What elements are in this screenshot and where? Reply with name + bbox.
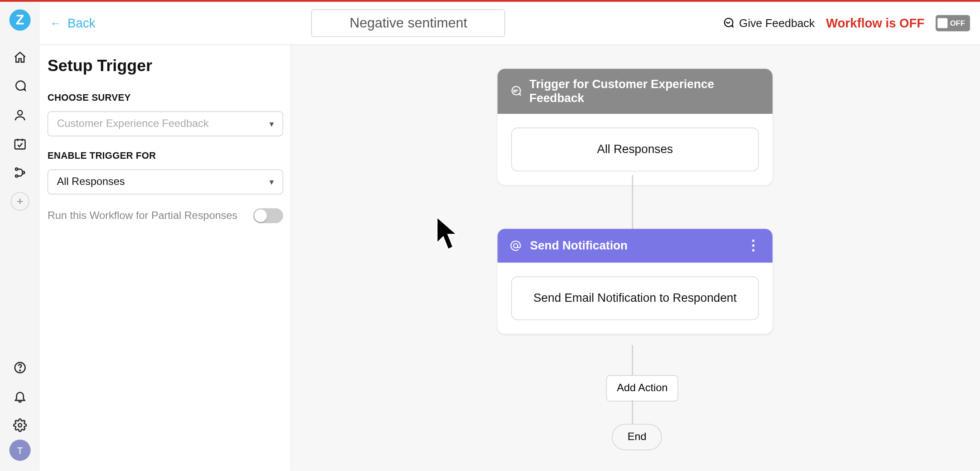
panel-heading: Setup Trigger [48, 56, 283, 75]
action-node-body[interactable]: Send Email Notification to Respondent [511, 276, 759, 320]
connector-line [632, 175, 633, 231]
trigger-node-body[interactable]: All Responses [511, 127, 759, 171]
app-logo[interactable]: Z [10, 10, 31, 31]
trigger-node[interactable]: Trigger for Customer Experience Feedback… [497, 69, 772, 185]
workflow-title-input[interactable]: Negative sentiment [312, 10, 505, 37]
connector-line [632, 345, 633, 375]
top-bar: ← Back Negative sentiment Give Feedback … [40, 2, 980, 44]
give-feedback-button[interactable]: Give Feedback [721, 17, 815, 30]
sidebar-add-button[interactable]: + [10, 192, 29, 211]
back-label: Back [68, 16, 95, 31]
action-node-menu-icon[interactable]: ⋮ [746, 238, 761, 254]
toggle-knob [938, 18, 948, 28]
add-action-button[interactable]: Add Action [606, 375, 678, 401]
toggle-label: OFF [950, 19, 965, 27]
svg-point-0 [18, 110, 23, 115]
choose-survey-value: Customer Experience Feedback [57, 118, 208, 130]
at-icon [509, 239, 523, 253]
partial-responses-label: Run this Workflow for Partial Responses [48, 209, 238, 222]
action-node-title: Send Notification [530, 239, 628, 253]
partial-responses-toggle[interactable] [253, 208, 283, 223]
trigger-node-header: Trigger for Customer Experience Feedback [497, 69, 772, 114]
nav-calendar-icon[interactable] [10, 133, 31, 154]
svg-point-8 [514, 244, 518, 248]
back-button[interactable]: ← Back [50, 16, 95, 31]
feedback-icon [721, 17, 734, 30]
user-avatar[interactable]: T [10, 440, 31, 461]
choose-survey-label: CHOOSE SURVEY [48, 92, 283, 102]
svg-point-3 [15, 175, 17, 177]
connector-line [632, 400, 633, 425]
choose-survey-select[interactable]: Customer Experience Feedback ▾ [48, 111, 283, 136]
workflow-enable-toggle[interactable]: OFF [936, 15, 970, 31]
arrow-left-icon: ← [50, 17, 61, 30]
end-node: End [612, 424, 662, 450]
enable-trigger-select[interactable]: All Responses ▾ [48, 170, 283, 195]
nav-chat-icon[interactable] [10, 75, 31, 97]
chevron-down-icon: ▾ [269, 177, 274, 187]
workflow-status-label: Workflow is OFF [826, 16, 925, 31]
action-node[interactable]: Send Notification ⋮ Send Email Notificat… [497, 229, 772, 334]
setup-trigger-panel: Setup Trigger CHOOSE SURVEY Customer Exp… [40, 44, 291, 471]
svg-point-2 [15, 168, 17, 170]
nav-workflow-icon[interactable] [10, 162, 31, 183]
nav-user-icon[interactable] [10, 104, 31, 126]
nav-help-icon[interactable] [10, 357, 31, 379]
nav-home-icon[interactable] [10, 47, 31, 68]
chevron-down-icon: ▾ [269, 119, 274, 129]
switch-knob [255, 209, 267, 222]
svg-point-7 [18, 423, 22, 427]
enable-trigger-label: ENABLE TRIGGER FOR [48, 150, 283, 160]
action-node-header: Send Notification ⋮ [497, 229, 772, 263]
survey-icon [509, 85, 522, 99]
svg-point-4 [22, 171, 24, 174]
left-sidebar: Z + T [0, 2, 40, 471]
workflow-canvas[interactable]: Trigger for Customer Experience Feedback… [291, 44, 980, 471]
svg-point-6 [20, 370, 20, 371]
nav-bell-icon[interactable] [10, 386, 31, 407]
feedback-label: Give Feedback [739, 17, 815, 30]
svg-rect-1 [15, 140, 25, 149]
trigger-node-title: Trigger for Customer Experience Feedback [529, 78, 761, 105]
enable-trigger-value: All Responses [57, 176, 125, 188]
nav-settings-icon[interactable] [10, 415, 31, 436]
